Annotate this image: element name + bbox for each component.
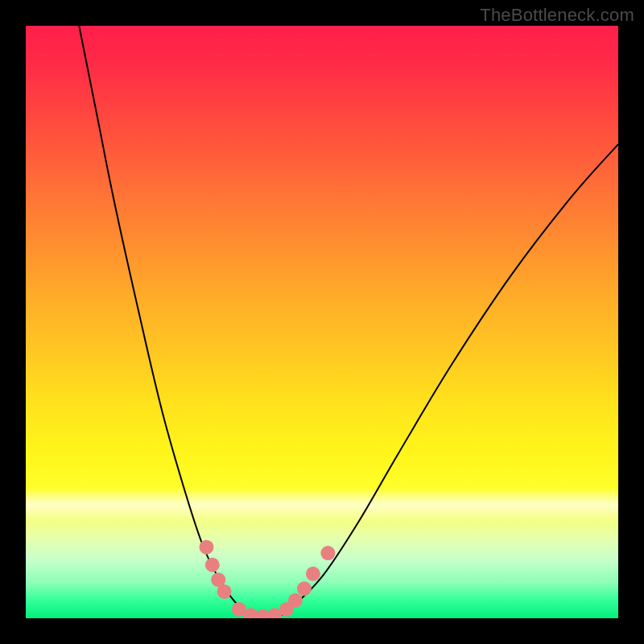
highlight-dot	[288, 593, 303, 608]
highlight-dots-group	[199, 540, 335, 618]
highlight-dot	[306, 567, 320, 581]
plot-area	[26, 26, 618, 618]
highlight-dot	[205, 558, 220, 572]
bottleneck-curve-path	[79, 26, 618, 618]
chart-frame: TheBottleneck.com	[0, 0, 644, 644]
curve-layer	[26, 26, 618, 618]
watermark-text: TheBottleneck.com	[480, 5, 634, 26]
highlight-dot	[217, 584, 232, 599]
highlight-dot	[297, 581, 312, 596]
highlight-dot	[320, 546, 335, 560]
highlight-dot	[199, 540, 213, 555]
